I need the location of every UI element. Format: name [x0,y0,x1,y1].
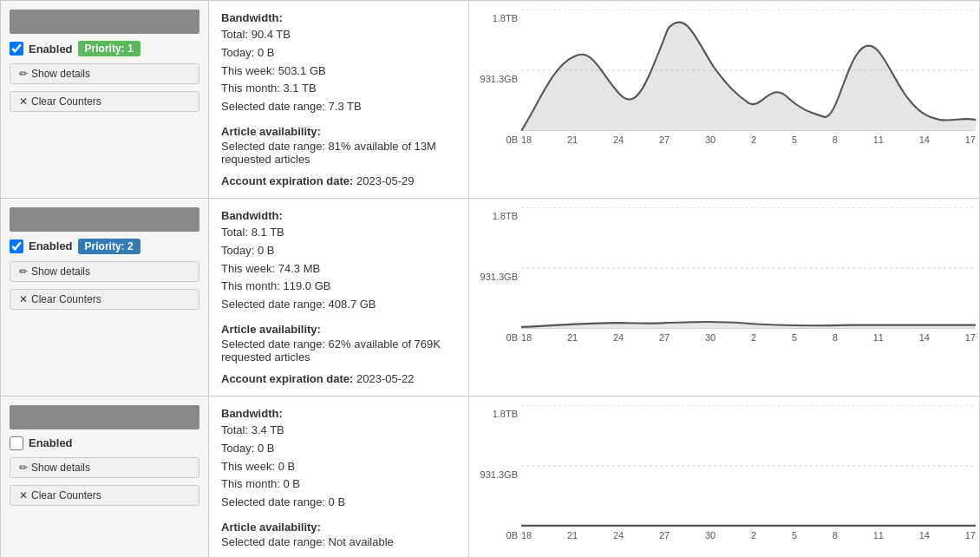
chart-area-1 [521,10,976,131]
left-panel-3: Enabled✏ Show details✕ Clear Counters [1,396,209,557]
server-bar-2 [10,207,199,232]
show-details-button-3[interactable]: ✏ Show details [10,457,199,478]
x-label-6-row-3: 5 [792,530,797,541]
chart-wrapper-1: 1.8TB931.3GB0B1821242730258111417 [473,10,976,148]
x-label-4-row-1: 30 [705,134,715,145]
availability-title-3: Article availability: [221,521,456,534]
x-label-3-row-1: 27 [659,134,670,145]
x-labels-3: 1821242730258111417 [521,527,976,544]
y-label-y_mid-1: 931.3GB [473,74,521,84]
pencil-icon-2: ✏ [19,265,28,278]
expiry-section-1: Account expiration date: 2023-05-29 [221,174,456,187]
bandwidth-stat-1-0: Total: 90.4 TB [221,26,456,44]
x-label-8-row-1: 11 [873,134,884,145]
bandwidth-stat-2-1: Today: 0 B [221,242,456,260]
bandwidth-stat-3-0: Total: 3.4 TB [221,422,456,440]
x-icon-2: ✕ [19,293,28,305]
enabled-checkbox-2[interactable] [10,239,23,253]
enabled-checkbox-1[interactable] [10,42,23,56]
chart-panel-1: 1.8TB931.3GB0B1821242730258111417 [469,1,979,198]
server-row-1: EnabledPriority: 1✏ Show details✕ Clear … [0,0,980,198]
expiry-date-1: 2023-05-29 [356,174,415,187]
x-label-7-row-3: 8 [833,530,838,541]
availability-section-1: Article availability:Selected date range… [221,125,456,166]
x-label-2-row-2: 24 [613,332,624,343]
x-label-5-row-3: 2 [751,530,756,541]
clear-counters-button-3[interactable]: ✕ Clear Counters [10,485,199,506]
left-panel-1: EnabledPriority: 1✏ Show details✕ Clear … [1,1,209,198]
enabled-row-3: Enabled [10,436,199,450]
availability-detail-1: Selected date range: 81% available of 13… [221,140,456,166]
bandwidth-title-3: Bandwidth: [221,407,456,420]
x-labels-2: 1821242730258111417 [521,329,976,346]
y-label-y_bot-3: 0B [473,530,521,541]
y-labels-2: 1.8TB931.3GB0B [473,207,521,346]
availability-title-2: Article availability: [221,323,456,336]
x-labels-1: 1821242730258111417 [521,131,976,148]
left-panel-2: EnabledPriority: 2✏ Show details✕ Clear … [1,199,209,396]
priority-badge-1: Priority: 1 [78,41,140,56]
clear-counters-button-2[interactable]: ✕ Clear Counters [10,289,199,310]
x-icon-1: ✕ [19,95,28,108]
bandwidth-stat-2-3: This month: 119.0 GB [221,278,456,296]
x-label-3-row-3: 27 [659,530,670,541]
bandwidth-title-2: Bandwidth: [221,209,456,222]
chart-svg-2 [521,207,976,329]
x-label-9-row-3: 14 [919,530,930,541]
server-row-2: EnabledPriority: 2✏ Show details✕ Clear … [0,198,980,396]
x-label-5-row-2: 2 [751,332,756,343]
y-label-y_mid-3: 931.3GB [473,469,521,480]
availability-detail-3: Selected date range: Not available [221,535,456,548]
bandwidth-stat-3-4: Selected date range: 0 B [221,494,456,512]
server-row-3: Enabled✏ Show details✕ Clear CountersBan… [0,396,980,557]
show-details-button-1[interactable]: ✏ Show details [10,63,199,84]
chart-area-3 [521,405,976,527]
bandwidth-stat-3-2: This week: 0 B [221,458,456,476]
bandwidth-section-3: Bandwidth:Total: 3.4 TBToday: 0 BThis we… [221,407,456,512]
middle-panel-1: Bandwidth:Total: 90.4 TBToday: 0 BThis w… [209,1,469,198]
y-labels-3: 1.8TB931.3GB0B [473,405,521,544]
bandwidth-stat-1-3: This month: 3.1 TB [221,80,456,98]
enabled-label-3: Enabled [29,436,73,449]
x-label-10-row-3: 17 [965,530,976,541]
bandwidth-stat-2-2: This week: 74.3 MB [221,260,456,278]
availability-section-2: Article availability:Selected date range… [221,323,456,364]
x-icon-3: ✕ [19,489,28,501]
priority-badge-2: Priority: 2 [78,239,140,254]
show-details-button-2[interactable]: ✏ Show details [10,261,199,282]
clear-counters-button-1[interactable]: ✕ Clear Counters [10,91,199,112]
pencil-icon-1: ✏ [19,68,28,80]
availability-detail-2: Selected date range: 62% available of 76… [221,337,456,364]
y-label-y_bot-1: 0B [473,134,521,145]
bandwidth-stat-3-1: Today: 0 B [221,440,456,458]
bandwidth-stat-1-1: Today: 0 B [221,44,456,62]
y-labels-1: 1.8TB931.3GB0B [473,10,521,148]
enabled-label-1: Enabled [29,43,73,56]
enabled-label-2: Enabled [29,239,73,252]
x-label-8-row-2: 11 [873,332,884,343]
x-label-0-row-2: 18 [521,332,532,343]
chart-area-2 [521,207,976,329]
chart-panel-3: 1.8TB931.3GB0B1821242730258111417 [469,396,979,557]
x-label-9-row-2: 14 [919,332,930,343]
x-label-1-row-1: 21 [567,134,578,145]
x-label-5-row-1: 2 [751,134,756,145]
y-label-y_mid-2: 931.3GB [473,272,521,282]
chart-svg-1 [521,10,976,131]
x-label-4-row-2: 30 [705,332,715,343]
x-label-1-row-2: 21 [567,332,578,343]
x-label-7-row-2: 8 [833,332,838,343]
x-label-1-row-3: 21 [567,530,578,541]
expiry-label-2: Account expiration date: [221,372,353,385]
enabled-row-1: EnabledPriority: 1 [10,41,199,56]
x-label-3-row-2: 27 [659,332,670,343]
server-bar-1 [10,10,199,34]
bandwidth-stat-3-3: This month: 0 B [221,475,456,494]
enabled-checkbox-3[interactable] [10,436,23,450]
bandwidth-section-1: Bandwidth:Total: 90.4 TBToday: 0 BThis w… [221,11,456,116]
bandwidth-stat-1-2: This week: 503.1 GB [221,62,456,81]
pencil-icon-3: ✏ [19,462,28,474]
server-bar-3 [10,405,199,429]
y-label-y_top-2: 1.8TB [473,211,521,221]
bandwidth-stat-2-4: Selected date range: 408.7 GB [221,296,456,314]
